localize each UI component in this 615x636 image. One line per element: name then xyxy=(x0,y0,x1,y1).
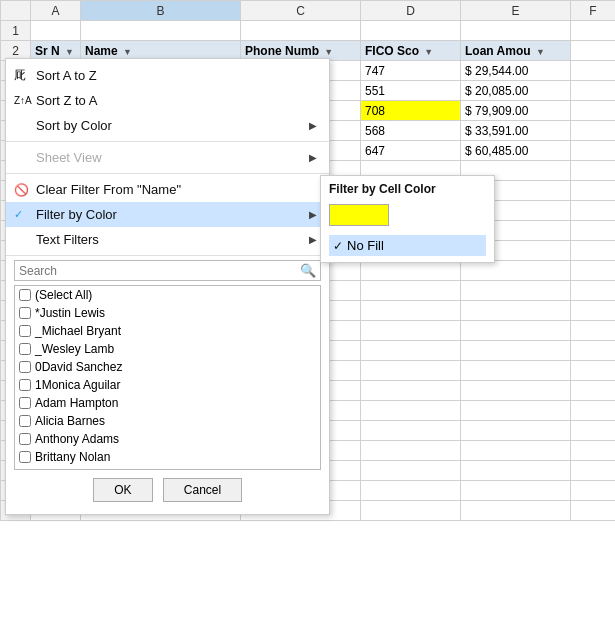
cb-wesley-lamb-label: _Wesley Lamb xyxy=(35,342,114,356)
sort-a-z-item[interactable]: 厑 Sort A to Z xyxy=(6,63,329,88)
divider-3 xyxy=(6,255,329,256)
col-e-header: E xyxy=(461,1,571,21)
cb-justin-lewis-input[interactable] xyxy=(19,307,31,319)
cb-select-all-label: (Select All) xyxy=(35,288,92,302)
cb-david-sanchez-input[interactable] xyxy=(19,361,31,373)
cb-adam-hampton[interactable]: Adam Hampton xyxy=(15,394,320,412)
cb-alicia-barnes-label: Alicia Barnes xyxy=(35,414,105,428)
cell-f5 xyxy=(571,101,616,121)
cb-michael-bryant-label: _Michael Bryant xyxy=(35,324,121,338)
cell-f1 xyxy=(571,21,616,41)
search-icon: 🔍 xyxy=(300,263,316,278)
cb-david-sanchez[interactable]: 0David Sanchez xyxy=(15,358,320,376)
cb-wesley-lamb-input[interactable] xyxy=(19,343,31,355)
cb-brittany-nolan-label: Brittany Nolan xyxy=(35,450,110,464)
phone-header: Phone Numb xyxy=(245,44,319,58)
cb-justin-lewis-label: *Justin Lewis xyxy=(35,306,105,320)
loan-filter-arrow[interactable]: ▼ xyxy=(536,47,545,57)
sort-color-arrow-icon: ▶ xyxy=(309,120,317,131)
col-b-header: B xyxy=(81,1,241,21)
cb-justin-lewis[interactable]: *Justin Lewis xyxy=(15,304,320,322)
text-filters-item[interactable]: Text Filters ▶ xyxy=(6,227,329,252)
cell-f2 xyxy=(571,41,616,61)
sr-filter-arrow[interactable]: ▼ xyxy=(65,47,74,57)
cell-e3: $ 29,544.00 xyxy=(461,61,571,81)
cell-d5: 708 xyxy=(361,101,461,121)
cb-wesley-lamb[interactable]: _Wesley Lamb xyxy=(15,340,320,358)
divider-1 xyxy=(6,141,329,142)
cancel-button[interactable]: Cancel xyxy=(163,478,242,502)
filter-color-arrow-icon: ▶ xyxy=(309,209,317,220)
filter-by-color-item[interactable]: ✓ Filter by Color ▶ xyxy=(6,202,329,227)
cell-c1 xyxy=(241,21,361,41)
submenu-title: Filter by Cell Color xyxy=(329,182,486,196)
cb-monica-aguilar[interactable]: 1Monica Aguilar xyxy=(15,376,320,394)
cb-anthony-adams[interactable]: Anthony Adams xyxy=(15,430,320,448)
sort-z-a-item[interactable]: Z↑A Sort Z to A xyxy=(6,88,329,113)
cell-e2: Loan Amou ▼ xyxy=(461,41,571,61)
cb-brittany-nolan-input[interactable] xyxy=(19,451,31,463)
divider-2 xyxy=(6,173,329,174)
fico-header: FICO Sco xyxy=(365,44,419,58)
sheet-view-item[interactable]: Sheet View ▶ xyxy=(6,145,329,170)
cell-d6: 568 xyxy=(361,121,461,141)
cell-e6: $ 33,591.00 xyxy=(461,121,571,141)
ok-button[interactable]: OK xyxy=(93,478,153,502)
cb-michael-bryant[interactable]: _Michael Bryant xyxy=(15,322,320,340)
dialog-buttons: OK Cancel xyxy=(6,470,329,510)
yellow-color-swatch[interactable] xyxy=(329,204,389,226)
cb-select-all[interactable]: (Select All) xyxy=(15,286,320,304)
filter-color-icon: ✓ xyxy=(14,208,23,221)
clear-filter-label: Clear Filter From "Name" xyxy=(36,182,181,197)
sort-a-z-label: Sort A to Z xyxy=(36,68,97,83)
phone-filter-arrow[interactable]: ▼ xyxy=(324,47,333,57)
cb-adam-hampton-input[interactable] xyxy=(19,397,31,409)
cell-d2: FICO Sco ▼ xyxy=(361,41,461,61)
name-filter-arrow[interactable]: ▼ xyxy=(123,47,132,57)
checkbox-list[interactable]: (Select All) *Justin Lewis _Michael Brya… xyxy=(14,285,321,470)
cell-e5: $ 79,909.00 xyxy=(461,101,571,121)
cb-alicia-barnes[interactable]: Alicia Barnes xyxy=(15,412,320,430)
filter-clear-icon: 🚫 xyxy=(14,183,29,197)
corner-cell xyxy=(1,1,31,21)
row-num-1: 1 xyxy=(1,21,31,41)
cell-d3: 747 xyxy=(361,61,461,81)
sort-za-icon: Z↑A xyxy=(14,95,32,106)
sort-by-color-label: Sort by Color xyxy=(36,118,112,133)
cb-alicia-barnes-input[interactable] xyxy=(19,415,31,427)
spreadsheet: A B C D E F 1 2 Sr xyxy=(0,0,615,636)
no-fill-label: No Fill xyxy=(347,238,384,253)
cell-d7: 647 xyxy=(361,141,461,161)
cb-brittany-nolan[interactable]: Brittany Nolan xyxy=(15,448,320,466)
cell-d4: 551 xyxy=(361,81,461,101)
loan-header: Loan Amou xyxy=(465,44,531,58)
clear-filter-item[interactable]: 🚫 Clear Filter From "Name" xyxy=(6,177,329,202)
cell-f4 xyxy=(571,81,616,101)
no-fill-item[interactable]: ✓ No Fill xyxy=(329,235,486,256)
cb-monica-aguilar-input[interactable] xyxy=(19,379,31,391)
sort-by-color-item[interactable]: Sort by Color ▶ xyxy=(6,113,329,138)
col-a-header: A xyxy=(31,1,81,21)
cb-select-all-input[interactable] xyxy=(19,289,31,301)
sheet-view-arrow-icon: ▶ xyxy=(309,152,317,163)
cell-f3 xyxy=(571,61,616,81)
row-1: 1 xyxy=(1,21,616,41)
col-f-header: F xyxy=(571,1,616,21)
cell-b1 xyxy=(81,21,241,41)
col-header-row: A B C D E F xyxy=(1,1,616,21)
text-filters-arrow-icon: ▶ xyxy=(309,234,317,245)
col-d-header: D xyxy=(361,1,461,21)
sr-header: Sr N xyxy=(35,44,63,58)
cb-anthony-adams-label: Anthony Adams xyxy=(35,432,119,446)
cb-michael-bryant-input[interactable] xyxy=(19,325,31,337)
search-input[interactable] xyxy=(19,264,300,278)
fico-filter-arrow[interactable]: ▼ xyxy=(424,47,433,57)
cell-a1 xyxy=(31,21,81,41)
checkmark-icon: ✓ xyxy=(333,239,343,253)
sort-az-icon: 厑 xyxy=(14,67,26,84)
text-filters-label: Text Filters xyxy=(36,232,99,247)
cb-anthony-adams-input[interactable] xyxy=(19,433,31,445)
cell-f7 xyxy=(571,141,616,161)
sort-z-a-label: Sort Z to A xyxy=(36,93,97,108)
cell-f6 xyxy=(571,121,616,141)
